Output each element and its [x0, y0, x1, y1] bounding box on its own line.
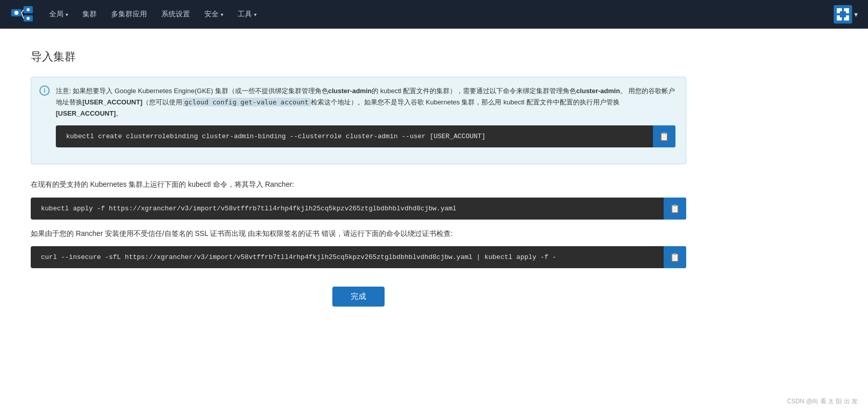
section1-text: 在现有的受支持的 Kubernetes 集群上运行下面的 kubectl 命令，…: [31, 179, 686, 190]
nav-item-tools[interactable]: 工具 ▾: [231, 7, 263, 22]
nav-label-global: 全局: [49, 10, 63, 19]
svg-point-5: [27, 17, 30, 20]
svg-rect-12: [840, 11, 842, 13]
navbar-left: 全局 ▾ 集群 多集群应用 系统设置 安全 ▾ 工具 ▾: [10, 5, 263, 24]
nav-label-tools: 工具: [238, 10, 252, 19]
info-command: kubectl create clusterrolebinding cluste…: [66, 133, 650, 140]
info-box: i 注意: 如果想要导入 Google Kubernetes Engine(GK…: [31, 77, 686, 164]
copy-icon-2: 📋: [670, 252, 680, 262]
chevron-down-icon-security: ▾: [221, 12, 223, 17]
info-icon: i: [39, 85, 50, 96]
page-title: 导入集群: [31, 49, 686, 64]
info-box-text: 注意: 如果想要导入 Google Kubernetes Engine(GKE)…: [56, 85, 675, 119]
nav-item-global[interactable]: 全局 ▾: [43, 7, 74, 22]
info-code-block: kubectl create clusterrolebinding cluste…: [56, 125, 675, 147]
nav-item-security[interactable]: 安全 ▾: [198, 7, 229, 22]
section2-text: 如果由于您的 Rancher 安装使用不受信任/自签名的 SSL 证书而出现 由…: [31, 228, 686, 239]
user-dropdown-arrow[interactable]: ▾: [854, 10, 858, 18]
done-section: 完成: [31, 287, 686, 307]
section2-copy-button[interactable]: 📋: [664, 246, 686, 268]
copy-icon: 📋: [659, 132, 669, 141]
done-button[interactable]: 完成: [332, 287, 385, 307]
svg-rect-14: [840, 15, 842, 17]
svg-rect-13: [844, 11, 846, 13]
nav-label-settings: 系统设置: [161, 10, 190, 19]
section1-copy-button[interactable]: 📋: [664, 198, 686, 220]
chevron-down-icon: ▾: [66, 12, 68, 17]
rancher-logo[interactable]: [10, 5, 35, 24]
section2-command: curl --insecure -sfL https://xgrancher/v…: [41, 253, 661, 261]
chevron-down-icon-tools: ▾: [254, 12, 257, 17]
section2-code-block: curl --insecure -sfL https://xgrancher/v…: [31, 246, 686, 268]
main-content: 导入集群 i 注意: 如果想要导入 Google Kubernetes Engi…: [0, 29, 717, 327]
copy-icon-1: 📋: [670, 204, 680, 213]
svg-line-6: [22, 10, 24, 13]
nav-item-multicluster[interactable]: 多集群应用: [105, 7, 153, 22]
info-copy-button[interactable]: 📋: [653, 125, 675, 147]
nav-label-security: 安全: [204, 10, 219, 19]
section1-code-block: kubectl apply -f https://xgrancher/v3/im…: [31, 198, 686, 220]
user-avatar[interactable]: [834, 5, 852, 24]
svg-rect-15: [844, 15, 846, 17]
nav-label-multicluster: 多集群应用: [111, 10, 147, 19]
navbar: 全局 ▾ 集群 多集群应用 系统设置 安全 ▾ 工具 ▾: [0, 0, 868, 29]
svg-point-4: [27, 8, 30, 11]
nav-item-cluster[interactable]: 集群: [76, 7, 103, 22]
section1-command: kubectl apply -f https://xgrancher/v3/im…: [41, 205, 661, 212]
nav-item-settings[interactable]: 系统设置: [155, 7, 196, 22]
svg-point-3: [14, 11, 18, 15]
nav-label-cluster: 集群: [82, 10, 97, 19]
svg-line-7: [22, 13, 24, 18]
navbar-right: ▾: [834, 5, 858, 24]
